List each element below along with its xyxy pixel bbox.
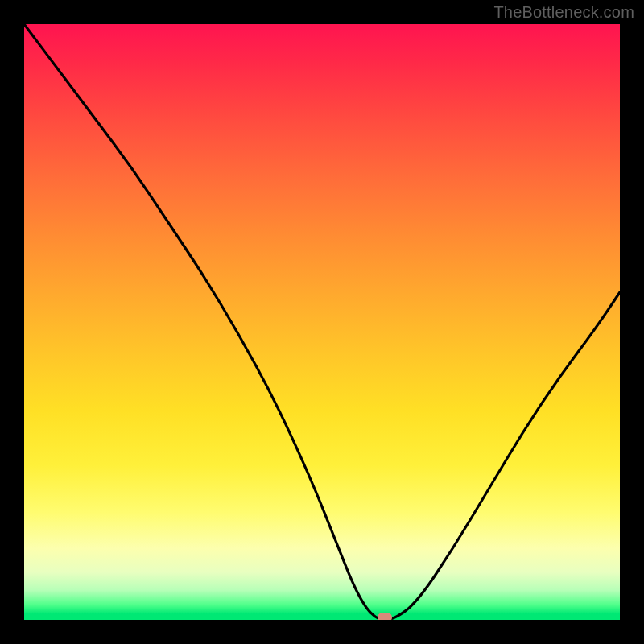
optimal-marker bbox=[378, 613, 392, 620]
plot-area bbox=[24, 24, 620, 620]
curve-path bbox=[24, 24, 620, 620]
watermark-text: TheBottleneck.com bbox=[493, 3, 634, 22]
chart-frame: TheBottleneck.com bbox=[0, 0, 644, 644]
bottleneck-curve bbox=[24, 24, 620, 620]
